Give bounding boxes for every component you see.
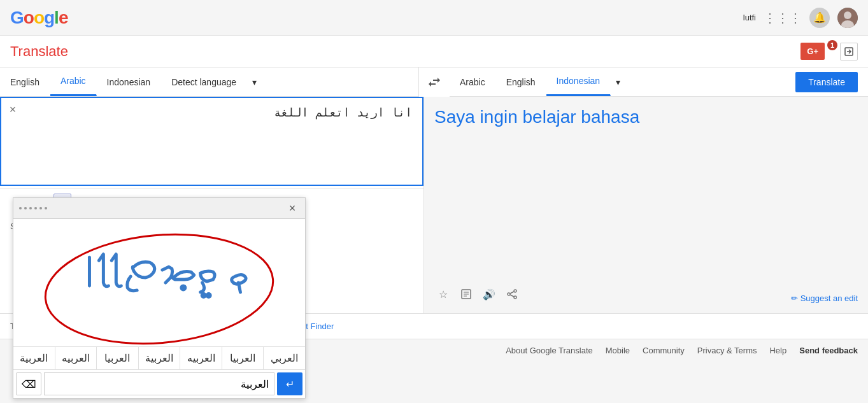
target-language-tabs: Arabic English Indonesian ▾ Translate [450, 67, 868, 96]
translated-text: Saya ingin belajar bahasa [434, 107, 858, 127]
handwriting-close-button[interactable]: × [285, 201, 300, 216]
suggestion-7[interactable]: العربي [264, 347, 305, 362]
suggestion-6[interactable]: العربيا [222, 347, 264, 362]
avatar[interactable] [837, 8, 858, 28]
svg-line-13 [510, 295, 514, 297]
source-language-dropdown[interactable]: ▾ [247, 67, 262, 96]
svg-point-15 [202, 293, 205, 297]
suggest-edit-button[interactable]: ✏ Suggest an edit [791, 293, 858, 303]
share-translation-icon[interactable] [503, 285, 521, 303]
header: Google lutfi ⋮⋮⋮ 🔔 [0, 0, 868, 36]
svg-line-12 [510, 292, 514, 293]
output-toolbar: ☆ 🔊 [434, 285, 521, 303]
source-text-input[interactable]: انا اريد اتعلم اللغة [0, 97, 423, 186]
source-tab-english[interactable]: English [0, 67, 50, 96]
gplus-button[interactable]: G+ 1 [800, 43, 825, 60]
sub-header: Translate G+ 1 [0, 36, 868, 67]
send-feedback-link[interactable]: Send feedback [799, 346, 858, 355]
mobile-link[interactable]: Mobile [606, 346, 630, 355]
drag-handle [18, 206, 48, 210]
target-panel: Saya ingin belajar bahasa ☆ 🔊 ✏ Suggest … [424, 97, 868, 313]
swap-languages-button[interactable] [419, 67, 450, 97]
privacy-terms-link[interactable]: Privacy & Terms [697, 346, 757, 355]
target-tab-english[interactable]: English [496, 67, 546, 96]
suggestion-3[interactable]: العربيا [97, 347, 139, 362]
listen-translation-icon[interactable]: 🔊 [480, 285, 498, 303]
clear-input-button[interactable]: × [5, 102, 20, 117]
star-translation-icon[interactable]: ☆ [434, 285, 452, 303]
svg-point-10 [508, 293, 510, 295]
google-logo: Google [10, 8, 68, 28]
translate-button[interactable]: Translate [795, 72, 858, 92]
source-tab-indonesian[interactable]: Indonesian [97, 67, 162, 96]
svg-point-1 [844, 11, 851, 19]
suggestion-2[interactable]: العربيه [55, 347, 97, 362]
target-tab-indonesian[interactable]: Indonesian [546, 67, 611, 96]
target-language-dropdown[interactable]: ▾ [611, 67, 625, 96]
svg-point-9 [514, 290, 516, 292]
help-link[interactable]: Help [769, 346, 786, 355]
source-language-tabs: English Arabic Indonesian Detect languag… [0, 67, 419, 96]
svg-point-14 [41, 225, 278, 346]
header-username: lutfi [743, 13, 756, 22]
svg-point-17 [181, 286, 185, 290]
phrasebook-icon[interactable] [457, 285, 475, 303]
gplus-wrapper: G+ 1 [800, 43, 825, 60]
apps-grid-icon[interactable]: ⋮⋮⋮ [764, 10, 802, 25]
community-link[interactable]: Community [643, 346, 685, 355]
svg-point-11 [514, 296, 516, 299]
notification-icon[interactable]: 🔔 [809, 8, 830, 28]
source-tab-detect[interactable]: Detect language [161, 67, 247, 96]
language-bar: English Arabic Indonesian Detect languag… [0, 67, 868, 97]
notification-badge: 1 [827, 40, 837, 50]
handwriting-suggestions: العربية العربيه العربيا العربية العربيه … [13, 346, 305, 362]
source-tab-arabic[interactable]: Arabic [50, 67, 97, 96]
suggestion-5[interactable]: العربيه [180, 347, 222, 362]
share-button[interactable] [840, 43, 858, 60]
suggestion-1[interactable]: العربية [13, 347, 55, 362]
gplus-label: G+ [807, 46, 818, 56]
suggestion-4[interactable]: العربية [139, 347, 181, 362]
about-google-translate-link[interactable]: About Google Translate [506, 346, 593, 355]
handwriting-canvas[interactable] [13, 219, 305, 346]
header-right: lutfi ⋮⋮⋮ 🔔 [743, 8, 858, 28]
svg-point-16 [207, 293, 210, 297]
handwriting-overlay: × [13, 197, 306, 362]
handwriting-header: × [13, 198, 305, 219]
pencil-suggest-icon: ✏ [791, 293, 798, 303]
target-tab-arabic[interactable]: Arabic [450, 67, 496, 96]
app-title: Translate [10, 43, 800, 60]
